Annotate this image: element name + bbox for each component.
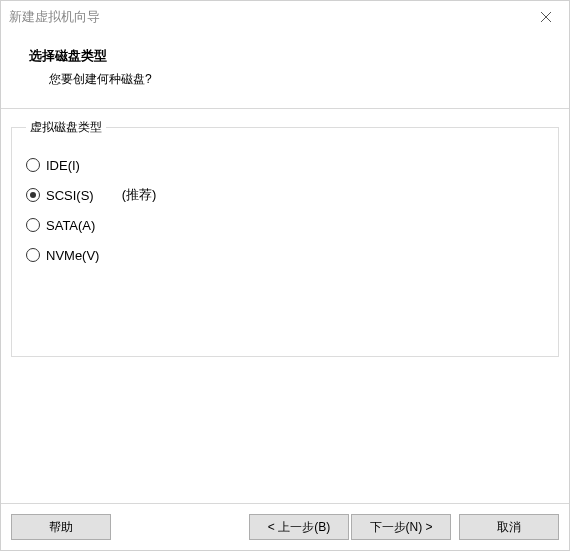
radio-option-nvme[interactable]: NVMe(V) — [26, 240, 544, 270]
fieldset-legend: 虚拟磁盘类型 — [26, 119, 106, 136]
disk-type-fieldset: 虚拟磁盘类型 IDE(I) SCSI(S) (推荐) SATA(A) NVMe(… — [11, 119, 559, 357]
button-bar: 帮助 < 上一步(B) 下一步(N) > 取消 — [1, 514, 569, 540]
radio-option-sata[interactable]: SATA(A) — [26, 210, 544, 240]
radio-group: IDE(I) SCSI(S) (推荐) SATA(A) NVMe(V) — [26, 146, 544, 270]
radio-note-scsi: (推荐) — [122, 186, 157, 204]
radio-label-nvme: NVMe(V) — [46, 248, 99, 263]
page-title: 选择磁盘类型 — [29, 47, 541, 65]
content-area: 虚拟磁盘类型 IDE(I) SCSI(S) (推荐) SATA(A) NVMe(… — [1, 109, 569, 357]
radio-icon — [26, 158, 40, 172]
back-button[interactable]: < 上一步(B) — [249, 514, 349, 540]
close-icon — [541, 12, 551, 22]
page-subtitle: 您要创建何种磁盘? — [29, 71, 541, 88]
close-button[interactable] — [523, 1, 569, 33]
radio-icon — [26, 218, 40, 232]
radio-label-scsi: SCSI(S) — [46, 188, 94, 203]
next-button[interactable]: 下一步(N) > — [351, 514, 451, 540]
radio-option-ide[interactable]: IDE(I) — [26, 150, 544, 180]
radio-label-sata: SATA(A) — [46, 218, 95, 233]
window-title: 新建虚拟机向导 — [9, 8, 100, 26]
radio-label-ide: IDE(I) — [46, 158, 80, 173]
footer-divider — [1, 503, 569, 504]
radio-icon — [26, 248, 40, 262]
radio-option-scsi[interactable]: SCSI(S) (推荐) — [26, 180, 544, 210]
help-button[interactable]: 帮助 — [11, 514, 111, 540]
cancel-button[interactable]: 取消 — [459, 514, 559, 540]
header-area: 选择磁盘类型 您要创建何种磁盘? — [1, 33, 569, 108]
radio-icon — [26, 188, 40, 202]
titlebar: 新建虚拟机向导 — [1, 1, 569, 33]
